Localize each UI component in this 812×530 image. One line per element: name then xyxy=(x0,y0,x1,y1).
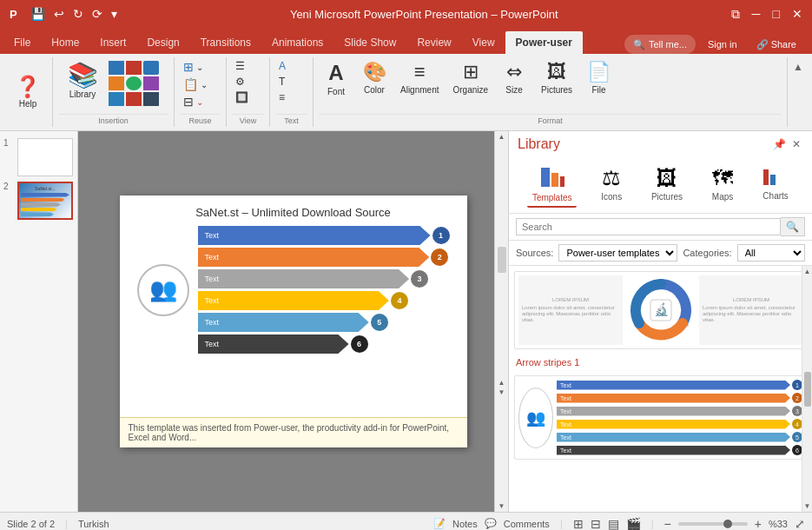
maximize-button[interactable]: □ xyxy=(770,6,782,22)
library-tab-pictures[interactable]: 🖼 Pictures xyxy=(646,162,688,208)
people-icon: 👥 xyxy=(149,276,177,303)
reuse-btn-1[interactable]: ⊞ ⌄ xyxy=(180,59,207,75)
font-label: Font xyxy=(327,87,345,96)
format-group: A Font 🎨 Color ≡ Alignment ⊞ Organize ⇔ xyxy=(314,57,788,127)
insert-btn-6[interactable] xyxy=(143,76,159,90)
insert-btn-2[interactable] xyxy=(126,61,142,75)
tell-me-field[interactable]: 🔍 Tell me... xyxy=(624,35,696,54)
view-btn-3[interactable]: 🔲 xyxy=(232,90,252,104)
slide-thumb-2[interactable]: 2 SaNet.st... xyxy=(3,182,74,220)
color-button[interactable]: 🎨 Color xyxy=(357,59,392,96)
arrow-people-icon: 👥 xyxy=(518,388,553,448)
zoom-minus-button[interactable]: − xyxy=(664,517,671,531)
pictures-button[interactable]: 🖼 Pictures xyxy=(535,59,578,96)
library-button[interactable]: 📚 Library xyxy=(58,59,107,101)
zoom-slider[interactable] xyxy=(678,522,748,526)
help-button[interactable]: ❓ Help xyxy=(9,75,47,110)
arrow-stripes-preview: 👥 Text 1 Text 2 xyxy=(518,380,802,455)
reuse-btn-3[interactable]: ⊟ ⌄ xyxy=(180,94,207,109)
status-bar-right: 📝 Notes 💬 Comments | ⊞ ⊟ ▤ 🎬 | − + %33 ⤢ xyxy=(433,517,805,531)
library-tab-icons[interactable]: ⚖ Icons xyxy=(596,162,627,208)
library-header-buttons: 📌 ✕ xyxy=(772,137,803,151)
canvas-scrollbar[interactable]: ▲ ▲ ▼ ▼ xyxy=(494,131,508,512)
comments-button[interactable]: Comments xyxy=(504,519,550,529)
insert-btn-8[interactable] xyxy=(126,92,142,106)
tab-slideshow[interactable]: Slide Show xyxy=(333,31,406,54)
text-btn-3[interactable]: ≡ xyxy=(275,90,288,104)
size-button[interactable]: ⇔ Size xyxy=(497,59,531,96)
library-tab-maps[interactable]: 🗺 Maps xyxy=(707,162,738,208)
library-tab-charts[interactable]: Charts xyxy=(757,162,794,208)
tab-home[interactable]: Home xyxy=(41,31,89,54)
tab-file[interactable]: File xyxy=(3,31,41,54)
scroll-prev-btn[interactable]: ▲ xyxy=(498,379,505,387)
library-scrollbar[interactable]: ▲ ▼ xyxy=(802,266,812,512)
scroll-next-btn[interactable]: ▼ xyxy=(498,388,505,396)
color-icon: 🎨 xyxy=(363,61,386,83)
scroll-thumb[interactable] xyxy=(498,247,506,273)
mini-arrow-6: Text xyxy=(557,446,790,455)
slide-thumb-1[interactable]: 1 xyxy=(3,138,74,176)
refresh-button[interactable]: ⟳ xyxy=(89,6,105,22)
tab-poweruser[interactable]: Power-user xyxy=(505,31,583,54)
file-button[interactable]: 📄 File xyxy=(582,59,616,96)
redo-button[interactable]: ↻ xyxy=(70,6,86,22)
scroll-down-btn[interactable]: ▼ xyxy=(498,502,505,510)
insert-btn-7[interactable] xyxy=(109,92,124,106)
share-button[interactable]: 🔗 Share xyxy=(749,37,803,52)
notes-button[interactable]: Notes xyxy=(452,519,478,529)
library-pin-button[interactable]: 📌 xyxy=(772,137,786,151)
insert-btn-5[interactable] xyxy=(126,76,142,90)
template-item-arrow-stripes[interactable]: 👥 Text 1 Text 2 xyxy=(512,374,809,461)
zoom-plus-button[interactable]: + xyxy=(755,517,762,531)
sign-in-button[interactable]: Sign in xyxy=(701,37,744,51)
fit-button[interactable]: ⤢ xyxy=(795,517,805,531)
font-button[interactable]: A Font xyxy=(319,59,353,98)
undo-button[interactable]: ↩ xyxy=(51,6,67,22)
insert-btn-3[interactable] xyxy=(143,61,159,75)
view-btn-1[interactable]: ☰ xyxy=(232,59,248,73)
library-search-bar: 🔍 xyxy=(509,214,812,241)
tab-design[interactable]: Design xyxy=(136,31,189,54)
tab-animations[interactable]: Animations xyxy=(261,31,333,54)
lib-scroll-thumb[interactable] xyxy=(804,372,811,407)
minimize-button[interactable]: ─ xyxy=(749,6,763,22)
alignment-button[interactable]: ≡ Alignment xyxy=(395,59,444,96)
tab-view[interactable]: View xyxy=(462,31,505,54)
insert-btn-4[interactable] xyxy=(109,76,124,90)
text-btn-1[interactable]: A xyxy=(275,59,289,73)
library-tab-templates[interactable]: Templates xyxy=(527,162,578,208)
sources-select[interactable]: Power-user templatesAll xyxy=(558,244,677,262)
tab-insert[interactable]: Insert xyxy=(89,31,136,54)
app-icon: P xyxy=(7,6,23,22)
scroll-up-btn[interactable]: ▲ xyxy=(498,133,505,141)
maps-icon: 🗺 xyxy=(712,166,733,190)
mini-arrow-row-4: Text 4 xyxy=(557,419,802,429)
ribbon-collapse[interactable]: ▲ xyxy=(788,57,809,127)
lib-scroll-down[interactable]: ▼ xyxy=(804,502,811,510)
view-btn-slideshow[interactable]: 🎬 xyxy=(626,517,641,531)
view-btn-2[interactable]: ⚙ xyxy=(232,75,248,89)
qat-dropdown[interactable]: ▾ xyxy=(109,6,120,22)
library-search-input[interactable] xyxy=(516,218,781,235)
library-close-button[interactable]: ✕ xyxy=(789,137,803,151)
reuse-icon-1: ⊞ xyxy=(183,60,194,74)
window-expand-button[interactable]: ⧉ xyxy=(729,6,743,23)
template-item-circular[interactable]: LOREM IPSUM Lorem ipsum dolor sit amet, … xyxy=(512,269,809,351)
save-button[interactable]: 💾 xyxy=(28,6,48,22)
insert-btn-1[interactable] xyxy=(109,61,124,75)
categories-select[interactable]: AllBusinessDiagramsCharts xyxy=(737,244,805,262)
view-btn-grid[interactable]: ⊟ xyxy=(591,517,601,531)
close-button[interactable]: ✕ xyxy=(789,6,805,22)
tab-review[interactable]: Review xyxy=(406,31,461,54)
reuse-btn-2[interactable]: 📋 ⌄ xyxy=(180,76,211,92)
insertion-group: 📚 Library Insertion xyxy=(53,57,175,127)
insert-btn-9[interactable] xyxy=(143,92,159,106)
library-search-button[interactable]: 🔍 xyxy=(781,217,805,236)
text-btn-2[interactable]: T xyxy=(275,75,288,89)
tab-transitions[interactable]: Transitions xyxy=(190,31,261,54)
organize-button[interactable]: ⊞ Organize xyxy=(447,59,493,96)
view-btn-reading[interactable]: ▤ xyxy=(608,517,619,531)
view-btn-normal[interactable]: ⊞ xyxy=(573,517,584,531)
lib-scroll-up[interactable]: ▲ xyxy=(804,268,811,275)
